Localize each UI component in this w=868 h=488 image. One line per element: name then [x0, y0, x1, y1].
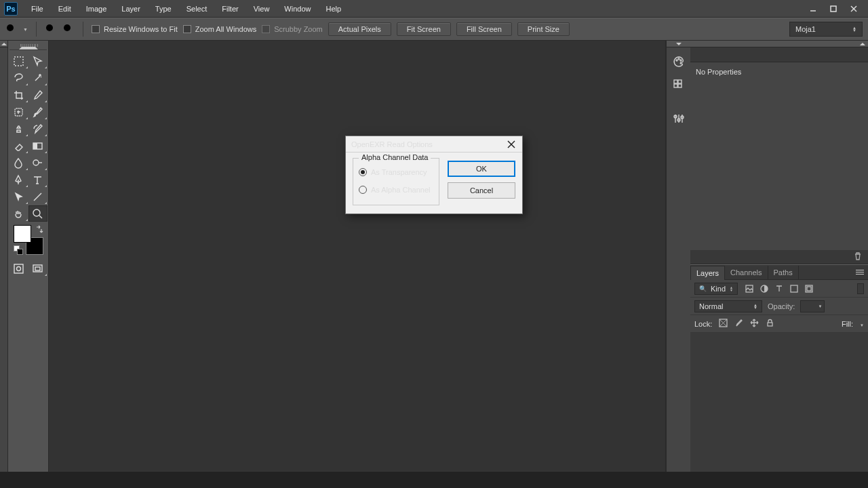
zoom-all-checkbox[interactable]: Zoom All Windows: [183, 25, 256, 33]
panel-menu-icon[interactable]: [856, 267, 867, 278]
blend-mode-value: Normal: [699, 302, 723, 310]
actual-pixels-button[interactable]: Actual Pixels: [328, 22, 391, 36]
filter-shape-icon[interactable]: [789, 284, 799, 293]
scrubby-zoom-checkbox[interactable]: Scrubby Zoom: [262, 25, 323, 33]
lock-position-icon[interactable]: [750, 319, 759, 329]
options-bar: ▼ Resize Windows to Fit Zoom All Windows…: [0, 18, 868, 41]
close-button[interactable]: [844, 2, 864, 16]
menu-select[interactable]: Select: [180, 2, 214, 16]
maximize-button[interactable]: [823, 2, 844, 16]
swap-colors-icon[interactable]: [34, 225, 43, 235]
tab-channels[interactable]: Channels: [725, 266, 768, 279]
adjustments-panel-icon[interactable]: [670, 110, 688, 127]
zoom-in-icon[interactable]: [45, 23, 57, 35]
layer-list[interactable]: [690, 333, 868, 472]
radio-as-alpha-channel[interactable]: As Alpha Channel: [359, 186, 433, 194]
dialog-titlebar[interactable]: OpenEXR Read Options: [346, 136, 522, 152]
filter-type-icon[interactable]: [774, 284, 784, 293]
lock-transparent-icon[interactable]: [719, 319, 728, 329]
svg-point-28: [676, 60, 677, 61]
clone-stamp-tool[interactable]: [9, 121, 28, 137]
ok-button[interactable]: OK: [448, 161, 515, 177]
fit-screen-button[interactable]: Fit Screen: [397, 22, 451, 36]
dialog-close-icon[interactable]: [506, 139, 517, 150]
svg-rect-13: [14, 57, 23, 66]
menu-help[interactable]: Help: [319, 2, 348, 16]
filter-smart-icon[interactable]: [804, 284, 814, 293]
brush-tool[interactable]: [28, 104, 47, 120]
cancel-button[interactable]: Cancel: [448, 182, 515, 199]
radio-as-transparency[interactable]: As Transparency: [359, 168, 433, 176]
opacity-label: Opacity:: [768, 302, 795, 310]
opacity-dropdown[interactable]: ▼: [800, 300, 825, 312]
os-taskbar[interactable]: [0, 472, 868, 488]
menu-type[interactable]: Type: [149, 2, 178, 16]
swatches-panel-icon[interactable]: [670, 76, 688, 94]
toolbox-grip[interactable]: [9, 43, 47, 50]
blur-tool[interactable]: [9, 155, 28, 171]
eyedropper-tool[interactable]: [28, 87, 47, 103]
filter-pixel-icon[interactable]: [745, 284, 754, 293]
gradient-tool[interactable]: [28, 138, 47, 154]
menu-window[interactable]: Window: [277, 2, 317, 16]
panels-column: Charact Paragra Properties Action Histor…: [690, 41, 868, 488]
menu-layer[interactable]: Layer: [115, 2, 147, 16]
resize-windows-checkbox[interactable]: Resize Windows to Fit: [92, 25, 178, 33]
filter-kind-dropdown[interactable]: 🔍 Kind ▲▼: [694, 283, 738, 295]
blend-mode-dropdown[interactable]: Normal ▲▼: [694, 300, 762, 312]
window-buttons: [803, 2, 864, 16]
workspace-name: Moja1: [795, 25, 816, 33]
canvas-area[interactable]: [49, 41, 666, 488]
color-panel-icon[interactable]: [670, 53, 688, 70]
zoom-tool[interactable]: [28, 205, 47, 222]
pen-tool[interactable]: [9, 171, 28, 188]
tab-paths[interactable]: Paths: [768, 266, 799, 279]
lock-pixels-icon[interactable]: [734, 319, 743, 329]
menu-file[interactable]: File: [24, 2, 50, 16]
alpha-channel-group: Alpha Channel Data As Transparency As Al…: [353, 158, 439, 205]
color-swatches[interactable]: [14, 225, 43, 255]
dodge-tool[interactable]: [28, 155, 47, 171]
current-tool-icon[interactable]: [5, 23, 18, 35]
type-tool[interactable]: [28, 171, 47, 188]
expand-left-icon[interactable]: [0, 41, 7, 47]
menu-edit[interactable]: Edit: [52, 2, 78, 16]
zoom-out-icon[interactable]: [62, 23, 75, 35]
eraser-tool[interactable]: [9, 138, 28, 154]
healing-brush-tool[interactable]: [9, 104, 28, 120]
foreground-color[interactable]: [14, 225, 31, 243]
marquee-tool[interactable]: [9, 53, 28, 69]
tab-layers[interactable]: Layers: [690, 266, 725, 280]
fill-dropdown[interactable]: ▼: [860, 320, 864, 328]
lock-row: Lock: Fill: ▼: [690, 315, 868, 333]
menu-image[interactable]: Image: [79, 2, 114, 16]
radio-as-alpha-channel-label: As Alpha Channel: [371, 186, 430, 194]
fill-screen-button[interactable]: Fill Screen: [456, 22, 512, 36]
expand-right-icon[interactable]: [667, 41, 690, 47]
menu-view[interactable]: View: [247, 2, 277, 16]
filter-adjust-icon[interactable]: [760, 284, 769, 293]
line-tool[interactable]: [28, 188, 47, 205]
move-tool[interactable]: [28, 53, 47, 69]
svg-line-14: [35, 76, 40, 81]
lock-all-icon[interactable]: [766, 319, 774, 329]
menu-filter[interactable]: Filter: [215, 2, 245, 16]
toolbox: [8, 41, 49, 488]
screen-mode-tool[interactable]: [28, 260, 47, 277]
workspace-selector[interactable]: Moja1 ▲▼: [789, 22, 863, 37]
history-brush-tool[interactable]: [28, 121, 47, 137]
filter-toggle[interactable]: [857, 283, 864, 294]
print-size-button[interactable]: Print Size: [517, 22, 570, 36]
minimize-button[interactable]: [803, 2, 823, 16]
path-selection-tool[interactable]: [9, 188, 28, 205]
trash-icon[interactable]: [853, 251, 863, 262]
magic-wand-tool[interactable]: [28, 70, 47, 86]
tool-preset-dd-icon[interactable]: ▼: [23, 27, 28, 32]
filter-kind-label: Kind: [711, 285, 726, 293]
default-colors-icon[interactable]: [14, 245, 23, 255]
crop-tool[interactable]: [9, 87, 28, 103]
hand-tool[interactable]: [9, 205, 28, 222]
collapse-panels-icon[interactable]: [690, 41, 868, 47]
lasso-tool[interactable]: [9, 70, 28, 86]
quick-mask-tool[interactable]: [9, 260, 28, 277]
